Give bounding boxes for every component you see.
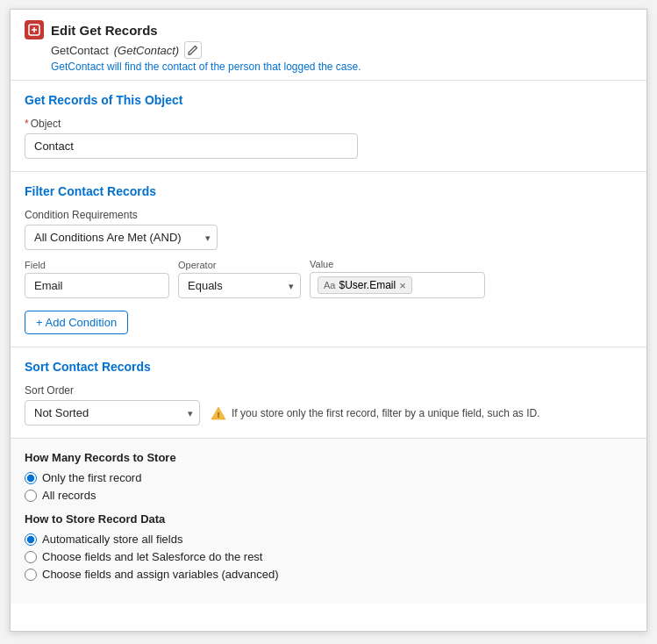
radio-auto-store[interactable]: Automatically store all fields	[25, 533, 632, 546]
tag-close-button[interactable]: ×	[399, 280, 406, 291]
radio-advanced-input[interactable]	[25, 569, 37, 581]
how-many-title: How Many Records to Store	[25, 451, 632, 464]
radio-advanced-store[interactable]: Choose fields and assign variables (adva…	[25, 568, 632, 581]
section-filter-title: Filter Contact Records	[25, 184, 632, 198]
value-column: Value Aa $User.Email ×	[310, 259, 485, 298]
section-filter: Filter Contact Records Condition Require…	[11, 172, 646, 347]
radio-advanced-label: Choose fields and assign variables (adva…	[42, 568, 279, 581]
conditions-area: Field Operator Equals Not Equal To Conta…	[25, 259, 632, 298]
warning-icon: !	[211, 405, 226, 421]
how-store-title: How to Store Record Data	[25, 512, 632, 526]
value-field-container[interactable]: Aa $User.Email ×	[310, 272, 485, 298]
sort-warning-text: If you store only the first record, filt…	[232, 407, 540, 419]
object-field-label: *Object	[25, 118, 632, 130]
modal-description: GetContact will find the contact of the …	[51, 61, 632, 73]
condition-row-1: Field Operator Equals Not Equal To Conta…	[25, 259, 632, 298]
radio-choose-store[interactable]: Choose fields and let Salesforce do the …	[25, 550, 632, 563]
operator-select[interactable]: Equals Not Equal To Contains Starts With…	[178, 273, 301, 298]
section-sort: Sort Contact Records Sort Order Not Sort…	[11, 347, 646, 439]
field-col-label: Field	[25, 260, 169, 270]
value-tag: Aa $User.Email ×	[318, 276, 412, 294]
sort-order-label: Sort Order	[25, 384, 632, 397]
modal-type-icon	[25, 20, 44, 39]
svg-text:!: !	[218, 411, 220, 419]
edit-get-records-modal: Edit Get Records GetContact (GetContact)…	[10, 9, 647, 632]
operator-column: Operator Equals Not Equal To Contains St…	[178, 260, 301, 298]
radio-all-label: All records	[42, 489, 96, 502]
radio-first-input[interactable]	[25, 472, 37, 484]
condition-req-select-wrapper: All Conditions Are Met (AND) Any Conditi…	[25, 225, 218, 250]
title-row: Edit Get Records	[25, 20, 632, 39]
radio-first-label: Only the first record	[42, 471, 141, 484]
operator-col-label: Operator	[178, 260, 301, 270]
condition-req-label: Condition Requirements	[25, 209, 632, 221]
add-condition-label: + Add Condition	[36, 316, 117, 329]
radio-auto-input[interactable]	[25, 533, 37, 546]
section-store: How Many Records to Store Only the first…	[11, 439, 646, 604]
radio-choose-input[interactable]	[25, 551, 37, 563]
sort-order-select[interactable]: Not Sorted Ascending Descending	[25, 400, 200, 426]
how-many-radio-group: Only the first record All records	[25, 471, 632, 502]
modal-header: Edit Get Records GetContact (GetContact)…	[11, 10, 646, 81]
add-condition-button[interactable]: + Add Condition	[25, 311, 128, 334]
radio-all-records[interactable]: All records	[25, 489, 632, 502]
field-column: Field	[25, 260, 169, 298]
radio-first-record[interactable]: Only the first record	[25, 471, 632, 484]
edit-name-button[interactable]	[184, 41, 202, 59]
subtitle-italic: (GetContact)	[114, 44, 179, 57]
section-object-title: Get Records of This Object	[25, 93, 632, 107]
tag-text: $User.Email	[339, 279, 396, 291]
condition-req-select[interactable]: All Conditions Are Met (AND) Any Conditi…	[25, 225, 218, 250]
modal-title: Edit Get Records	[51, 23, 158, 38]
radio-choose-label: Choose fields and let Salesforce do the …	[42, 550, 262, 563]
subtitle-name: GetContact	[51, 44, 109, 57]
value-col-label: Value	[310, 259, 485, 269]
object-input[interactable]	[25, 133, 358, 159]
sort-order-select-wrapper: Not Sorted Ascending Descending ▾	[25, 400, 200, 426]
operator-select-wrapper: Equals Not Equal To Contains Starts With…	[178, 273, 301, 298]
sort-warning-box: ! If you store only the first record, fi…	[211, 405, 540, 421]
tag-type-icon: Aa	[324, 280, 335, 290]
modal-subtitle: GetContact (GetContact)	[51, 41, 632, 59]
field-input[interactable]	[25, 273, 169, 298]
section-object: Get Records of This Object *Object	[11, 81, 646, 172]
radio-all-input[interactable]	[25, 490, 37, 502]
radio-auto-label: Automatically store all fields	[42, 533, 182, 546]
how-store-radio-group: Automatically store all fields Choose fi…	[25, 533, 632, 581]
section-sort-title: Sort Contact Records	[25, 360, 632, 374]
required-star: *	[25, 118, 29, 130]
sort-row: Not Sorted Ascending Descending ▾ ! If y…	[25, 400, 632, 426]
